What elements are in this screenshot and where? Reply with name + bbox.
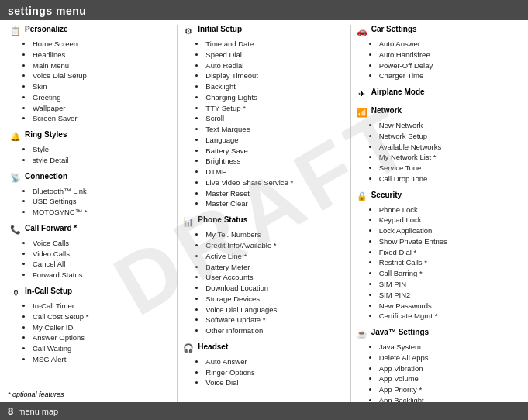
list-item: Auto Redial <box>205 60 345 71</box>
section-car-settings: 🚗Car SettingsAuto AnswerAuto HandsfreePo… <box>356 25 519 81</box>
list-item: Service Tone <box>379 163 519 174</box>
personalize-title: Personalize <box>25 25 68 33</box>
column-2: 🚗Car SettingsAuto AnswerAuto HandsfreePo… <box>353 25 522 420</box>
initial-setup-items: Time and DateSpeed DialAuto RedialDispla… <box>198 39 345 209</box>
list-item: Voice Calls <box>33 238 172 249</box>
list-item: Ringer Options <box>205 367 345 378</box>
section-call-forward: 📞Call Forward *Voice CallsVideo CallsCan… <box>9 224 172 281</box>
in-call-setup-items: In-Call TimerCall Cost Setup *My Caller … <box>25 301 172 365</box>
list-item: Auto Answer <box>205 356 345 367</box>
in-call-setup-icon: 🎙 <box>9 287 22 299</box>
ring-styles-icon: 🔔 <box>9 130 22 143</box>
list-item: New Passwords <box>379 301 519 312</box>
list-item: Cancel All <box>33 259 172 270</box>
section-connection: 📡ConnectionBluetooth™ LinkUSB SettingsMO… <box>9 172 172 218</box>
airplane-mode-title: Airplane Mode <box>371 88 425 96</box>
list-item: Display Timeout <box>205 71 345 81</box>
java-settings-title: Java™ Settings <box>371 328 429 336</box>
connection-items: Bluetooth™ LinkUSB SettingsMOTOSYNC™ * <box>25 186 172 218</box>
list-item: Delete All Apps <box>379 353 519 363</box>
list-item: SIM PIN <box>379 279 519 290</box>
personalize-icon: 📋 <box>9 25 22 37</box>
list-item: Backlight <box>205 81 345 92</box>
list-item: Charger Time <box>379 71 519 81</box>
list-item: Scroll <box>205 113 345 124</box>
list-item: Network Setup <box>379 131 519 142</box>
list-item: Battery Meter <box>205 262 345 273</box>
network-title: Network <box>371 106 402 115</box>
security-title: Security <box>371 191 402 199</box>
network-items: New NetworkNetwork SetupAvailable Networ… <box>371 120 519 184</box>
section-initial-setup: ⚙Initial SetupTime and DateSpeed DialAut… <box>182 25 345 209</box>
list-item: Live Video Share Service * <box>205 177 345 188</box>
initial-setup-title: Initial Setup <box>198 25 242 33</box>
list-item: Language <box>205 135 345 146</box>
list-item: My Network List * <box>379 152 519 163</box>
list-item: SIM PIN2 <box>379 290 519 301</box>
list-item: USB Settings <box>33 196 172 207</box>
list-item: Video Calls <box>33 249 172 260</box>
optional-note: * optional features <box>8 391 64 398</box>
list-item: Lock Application <box>379 225 519 236</box>
list-item: Call Cost Setup * <box>33 312 172 322</box>
connection-title: Connection <box>25 172 67 181</box>
car-settings-title: Car Settings <box>371 25 417 33</box>
list-item: Keypad Lock <box>379 215 519 225</box>
personalize-items: Home ScreenHeadlinesMain MenuVoice Dial … <box>25 39 172 124</box>
list-item: Charging Lights <box>205 92 345 103</box>
list-item: TTY Setup * <box>205 103 345 114</box>
network-icon: 📶 <box>356 106 368 119</box>
list-item: Storage Devices <box>205 294 345 305</box>
list-item: Restrict Calls * <box>379 257 519 268</box>
list-item: Brightness <box>205 156 345 167</box>
column-1: ⚙Initial SetupTime and DateSpeed DialAut… <box>179 25 348 420</box>
main-content: 📋PersonalizeHome ScreenHeadlinesMain Men… <box>0 20 528 420</box>
list-item: Other Information <box>205 325 345 336</box>
section-airplane-mode: ✈Airplane Mode <box>356 88 519 100</box>
section-security: 🔒SecurityPhone LockKeypad LockLock Appli… <box>356 191 519 322</box>
java-settings-icon: ☕ <box>356 328 368 340</box>
list-item: Forward Status <box>33 270 172 281</box>
footer-bar: 8 menu map <box>0 402 528 420</box>
car-settings-items: Auto AnswerAuto HandsfreePower-Off Delay… <box>371 39 519 81</box>
ring-styles-items: Stylestyle Detail <box>25 144 172 166</box>
phone-status-items: My Tel. NumbersCredit Info/Available *Ac… <box>198 229 345 336</box>
section-phone-status: 📊Phone StatusMy Tel. NumbersCredit Info/… <box>182 215 345 336</box>
list-item: Auto Answer <box>379 39 519 50</box>
list-item: New Network <box>379 120 519 131</box>
page-title: settings menu <box>8 5 520 17</box>
list-item: Software Update * <box>205 315 345 325</box>
headset-title: Headset <box>198 343 228 351</box>
call-forward-items: Voice CallsVideo CallsCancel AllForward … <box>25 238 172 281</box>
list-item: Credit Info/Available * <box>205 240 345 251</box>
list-item: Bluetooth™ Link <box>33 186 172 197</box>
airplane-mode-icon: ✈ <box>356 88 368 100</box>
list-item: Answer Options <box>33 332 172 343</box>
list-item: Download Location <box>205 283 345 294</box>
phone-status-title: Phone Status <box>198 215 247 224</box>
phone-status-icon: 📊 <box>182 215 195 228</box>
list-item: Time and Date <box>205 39 345 50</box>
menu-map-label: menu map <box>18 407 58 416</box>
list-item: App Volume <box>379 374 519 384</box>
connection-icon: 📡 <box>9 172 22 184</box>
column-divider <box>350 25 351 420</box>
list-item: Screen Saver <box>33 113 172 124</box>
list-item: App Vibration <box>379 363 519 374</box>
page-number: 8 <box>8 405 13 417</box>
security-items: Phone LockKeypad LockLock ApplicationSho… <box>371 205 519 322</box>
list-item: Skin <box>33 81 172 92</box>
list-item: Available Networks <box>379 142 519 153</box>
list-item: Greeting <box>33 92 172 103</box>
list-item: Java System <box>379 342 519 353</box>
list-item: Show Private Entries <box>379 236 519 247</box>
security-icon: 🔒 <box>356 191 368 203</box>
list-item: Speed Dial <box>205 50 345 60</box>
list-item: Fixed Dial * <box>379 247 519 258</box>
ring-styles-title: Ring Styles <box>25 130 67 139</box>
list-item: Headlines <box>33 50 172 60</box>
list-item: In-Call Timer <box>33 301 172 312</box>
list-item: Active Line * <box>205 251 345 262</box>
headset-icon: 🎧 <box>182 343 195 355</box>
list-item: App Priority * <box>379 384 519 395</box>
